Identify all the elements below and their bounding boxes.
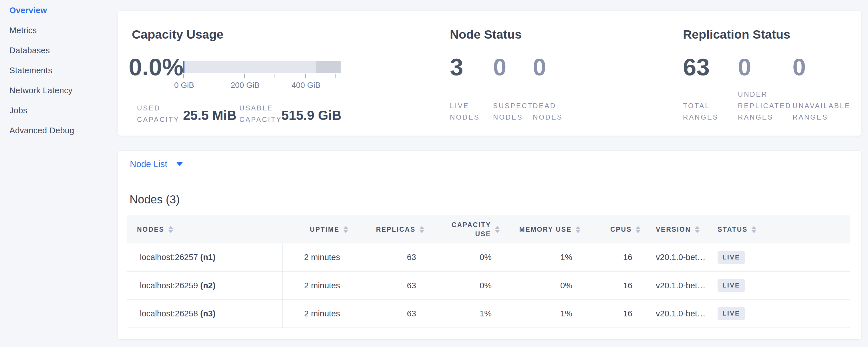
chevron-down-icon [177,162,183,166]
memory-use-cell: 1% [506,299,587,327]
node-address: localhost:26259 [140,281,198,290]
uptime-cell: 2 minutes [282,299,355,327]
column-label: STATUS [718,225,748,234]
suspect-nodes-value: 0 [493,54,532,80]
suspect-nodes-stat: 0 SUSPECT NODES [493,54,532,123]
axis-tick [244,74,245,78]
axis-label-0: 0 GiB [174,81,194,90]
axis-label-200: 200 GiB [230,81,259,90]
column-label: REPLICAS [376,225,415,234]
status-badge: LIVE [718,307,745,320]
usable-capacity-value: 515.9 GiB [281,107,341,123]
version-cell: v20.1.0-bet… [647,299,710,327]
unavailable-ranges-label: UNAVAILABLE RANGES [793,100,845,123]
column-header-version[interactable]: VERSION [647,215,710,244]
unavailable-ranges-value: 0 [793,54,847,80]
node-address-cell[interactable]: localhost:26258 (n3) [127,299,282,327]
node-status-title: Node Status [450,28,522,41]
column-header-capacity-use[interactable]: CAPACITY USE [431,215,506,244]
dead-nodes-value: 0 [533,54,571,80]
sidebar: Overview Metrics Databases Statements Ne… [9,0,113,140]
column-header-nodes[interactable]: NODES [127,215,282,244]
node-list-dropdown[interactable]: Node List [130,151,183,178]
sidebar-item-network-latency[interactable]: Network Latency [9,81,113,100]
nodes-count-heading: Nodes (3) [129,193,180,206]
node-row-n1[interactable]: localhost:26257 (n1) 2 minutes 63 0% 1% … [127,244,850,272]
sort-icon [495,226,500,233]
nodes-table: NODES UPTIME REPLICAS [127,215,850,328]
uptime-cell: 2 minutes [282,272,355,299]
memory-use-cell: 1% [506,244,587,272]
dead-nodes-label: DEAD NODES [533,100,564,123]
capacity-use-cell: 0% [431,272,506,299]
sort-icon [168,226,173,233]
column-header-uptime[interactable]: UPTIME [282,215,355,244]
live-nodes-value: 3 [450,54,490,80]
capacity-bar-used-segment [183,61,184,73]
column-label: NODES [137,225,164,234]
node-address: localhost:26257 [140,253,198,262]
column-header-memory-use[interactable]: MEMORY USE [506,215,587,244]
total-ranges-value: 63 [683,54,732,80]
total-ranges-stat: 63 TOTAL RANGES [683,54,732,123]
memory-use-cell: 0% [506,272,587,299]
sort-icon [752,226,756,233]
status-cell: LIVE [710,272,850,299]
sort-icon [576,226,580,233]
cluster-summary-card: Capacity Usage 0.0% 0 GiB 200 GiB 400 Gi… [117,10,862,136]
sidebar-item-advanced-debug[interactable]: Advanced Debug [9,120,113,140]
dead-nodes-stat: 0 DEAD NODES [533,54,571,123]
column-label: VERSION [656,225,691,234]
status-cell: LIVE [710,244,850,272]
under-replicated-ranges-value: 0 [738,54,791,80]
cpus-cell: 16 [587,299,647,327]
capacity-bar-reserved-segment [316,61,341,73]
node-address: localhost:26258 [140,309,198,318]
status-cell: LIVE [710,299,850,327]
node-row-n2[interactable]: localhost:26259 (n2) 2 minutes 63 0% 0% … [127,272,850,299]
sort-icon [343,226,348,233]
capacity-usage-title: Capacity Usage [132,28,223,41]
sidebar-item-databases[interactable]: Databases [9,40,113,60]
used-capacity-value: 25.5 MiB [183,107,237,123]
column-header-replicas[interactable]: REPLICAS [355,215,431,244]
node-row-n3[interactable]: localhost:26258 (n3) 2 minutes 63 1% 1% … [127,299,850,327]
node-address-cell[interactable]: localhost:26259 (n2) [127,272,282,299]
capacity-usage-bar [183,61,341,73]
used-capacity-label: USED CAPACITY [137,102,174,125]
node-address-cell[interactable]: localhost:26257 (n1) [127,244,282,272]
sort-icon [636,226,640,233]
under-replicated-ranges-label: UNDER-REPLICATED RANGES [738,89,791,123]
live-nodes-label: LIVE NODES [450,100,481,123]
suspect-nodes-label: SUSPECT NODES [493,100,530,123]
uptime-cell: 2 minutes [282,244,355,272]
replicas-cell: 63 [355,299,431,327]
sidebar-item-statements[interactable]: Statements [9,60,113,81]
sort-icon [420,226,424,233]
unavailable-ranges-stat: 0 UNAVAILABLE RANGES [793,54,847,123]
replication-status-title: Replication Status [683,28,790,41]
sidebar-item-metrics[interactable]: Metrics [9,20,113,40]
axis-tick [275,74,275,78]
replicas-cell: 63 [355,272,431,299]
column-header-status[interactable]: STATUS [710,215,850,244]
axis-tick [305,74,306,78]
version-cell: v20.1.0-bet… [647,272,710,299]
cpus-cell: 16 [587,272,647,299]
capacity-used-percent: 0.0% [129,54,183,80]
sidebar-item-overview[interactable]: Overview [9,0,113,20]
column-label: UPTIME [310,225,339,234]
cpus-cell: 16 [587,244,647,272]
node-id: (n2) [200,281,215,290]
status-badge: LIVE [718,251,745,264]
column-label: CPUS [610,225,632,234]
node-id: (n1) [200,253,215,262]
axis-tick [183,74,184,78]
capacity-use-cell: 1% [431,299,506,327]
node-list-card: Node List Nodes (3) NODES UPTIME [117,151,862,340]
version-cell: v20.1.0-bet… [647,244,710,272]
column-header-cpus[interactable]: CPUS [587,215,647,244]
sidebar-item-jobs[interactable]: Jobs [9,100,113,120]
replicas-cell: 63 [355,244,431,272]
node-id: (n3) [200,309,215,318]
